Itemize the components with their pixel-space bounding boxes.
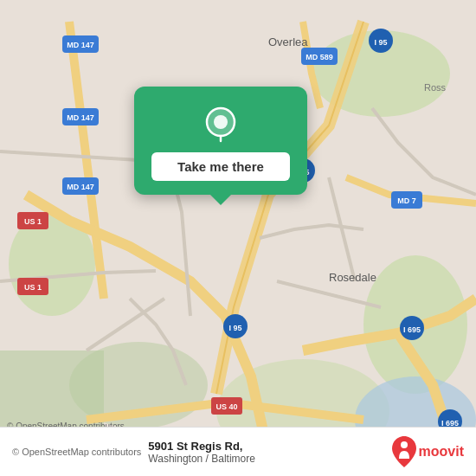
svg-text:MD 147: MD 147 — [67, 183, 94, 191]
moovit-text: moovit — [419, 444, 464, 460]
svg-text:MD 7: MD 7 — [397, 196, 416, 205]
map-container: MD 147 MD 147 MD 147 I 95 I 95 I 95 US 1… — [0, 0, 476, 476]
svg-text:MD 147: MD 147 — [67, 41, 94, 49]
svg-text:Ross: Ross — [424, 82, 447, 93]
svg-text:Rosedale: Rosedale — [329, 271, 376, 284]
svg-point-38 — [401, 441, 408, 448]
svg-text:US 1: US 1 — [24, 217, 42, 226]
svg-point-37 — [214, 115, 228, 129]
svg-text:Overlea: Overlea — [268, 35, 308, 48]
svg-text:US 1: US 1 — [24, 283, 42, 292]
svg-text:MD 589: MD 589 — [306, 53, 333, 61]
svg-text:US 40: US 40 — [215, 402, 237, 411]
moovit-pin-icon — [392, 436, 416, 467]
map-svg: MD 147 MD 147 MD 147 I 95 I 95 I 95 US 1… — [0, 0, 476, 476]
svg-text:I 695: I 695 — [403, 325, 421, 334]
address-text: 5901 St Regis Rd, — [148, 440, 242, 453]
svg-text:I 95: I 95 — [374, 38, 387, 47]
bottom-bar: © OpenStreetMap contributors 5901 St Reg… — [0, 427, 476, 476]
copyright-icon: © OpenStreetMap contributors — [12, 447, 141, 457]
address-section: 5901 St Regis Rd, Washington / Baltimore — [148, 440, 391, 465]
svg-text:MD 147: MD 147 — [67, 113, 94, 122]
pin-icon — [199, 102, 242, 145]
moovit-logo: moovit — [392, 436, 464, 467]
take-me-there-button[interactable]: Take me there — [151, 152, 290, 181]
city-text: Washington / Baltimore — [148, 453, 255, 465]
svg-text:I 95: I 95 — [228, 324, 241, 332]
popup-card[interactable]: Take me there — [134, 87, 307, 195]
